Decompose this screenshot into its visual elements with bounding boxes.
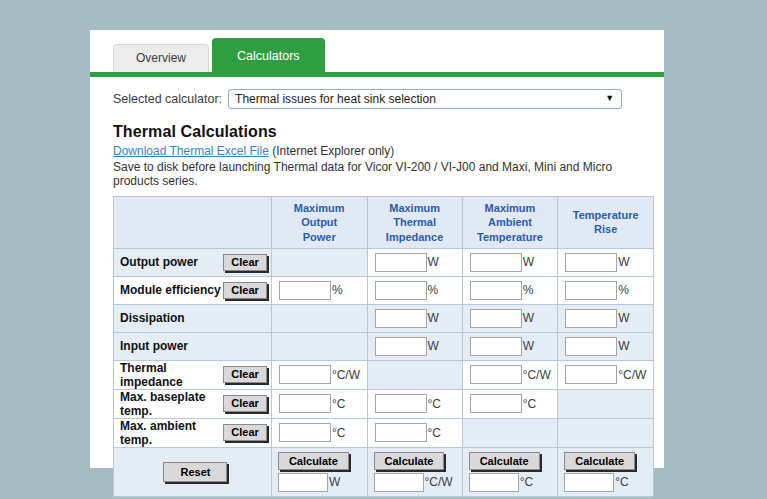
calculator-select[interactable]: Thermal issues for heat sink selection ▼ — [228, 89, 622, 109]
row-label: Thermal impedance — [120, 361, 223, 389]
row-label-cell: Max. baseplate temp.Clear — [114, 389, 272, 418]
reset-button[interactable]: Reset — [163, 462, 227, 482]
result-cell: Calculate°C — [462, 447, 558, 496]
result-input[interactable] — [374, 473, 424, 492]
calculator-select-value: Thermal issues for heat sink selection — [235, 92, 436, 106]
blank-cell — [462, 418, 558, 447]
value-input[interactable] — [279, 394, 331, 413]
result-input[interactable] — [278, 473, 328, 492]
unit-label: °C/W — [523, 368, 551, 382]
tab-calculators[interactable]: Calculators — [212, 38, 325, 72]
value-cell: °C — [462, 389, 558, 418]
unit-label: W — [523, 255, 534, 269]
clear-button[interactable]: Clear — [223, 366, 267, 383]
unit-label: °C — [332, 426, 345, 440]
row-label-cell: Module efficiencyClear — [114, 276, 272, 304]
chevron-down-icon: ▼ — [605, 93, 614, 103]
unit-label: % — [332, 283, 343, 297]
table-row: DissipationWWW — [114, 304, 654, 332]
header-empty-cell — [114, 197, 272, 249]
value-input[interactable] — [375, 394, 427, 413]
value-input[interactable] — [565, 253, 617, 272]
value-input[interactable] — [565, 281, 617, 300]
row-label: Output power — [120, 255, 198, 269]
unit-label: W — [428, 255, 439, 269]
unit-label: °C/W — [618, 368, 646, 382]
value-cell: °C/W — [271, 360, 367, 389]
unit-label: °C/W — [425, 475, 453, 489]
value-cell: °C — [367, 389, 462, 418]
blank-cell — [367, 360, 462, 389]
thermal-table: MaximumOutputPowerMaximumThermalImpedanc… — [113, 196, 654, 497]
result-input[interactable] — [564, 473, 614, 492]
unit-label: W — [523, 339, 534, 353]
column-header-0: MaximumOutputPower — [271, 197, 367, 249]
value-cell: % — [367, 276, 462, 304]
value-input[interactable] — [375, 281, 427, 300]
value-input[interactable] — [565, 365, 617, 384]
value-cell: W — [367, 332, 462, 360]
unit-label: % — [618, 283, 629, 297]
value-cell: °C/W — [558, 360, 654, 389]
table-row: Output powerClearWWW — [114, 248, 654, 276]
result-input[interactable] — [469, 473, 519, 492]
tab-overview[interactable]: Overview — [113, 44, 209, 72]
table-row: Thermal impedanceClear°C/W°C/W°C/W — [114, 360, 654, 389]
clear-button[interactable]: Clear — [223, 395, 267, 412]
value-input[interactable] — [279, 423, 331, 442]
result-cell: Calculate°C — [558, 447, 654, 496]
unit-label: % — [428, 283, 439, 297]
value-input[interactable] — [375, 423, 427, 442]
value-input[interactable] — [375, 337, 427, 356]
value-input[interactable] — [470, 309, 522, 328]
value-input[interactable] — [470, 394, 522, 413]
value-input[interactable] — [565, 309, 617, 328]
content-card: Overview Calculators Selected calculator… — [90, 30, 664, 468]
value-input[interactable] — [470, 281, 522, 300]
clear-button[interactable]: Clear — [223, 282, 267, 299]
calculate-button[interactable]: Calculate — [374, 452, 445, 470]
value-cell: W — [462, 304, 558, 332]
row-label-cell: Dissipation — [114, 304, 272, 332]
value-cell: W — [462, 332, 558, 360]
value-input[interactable] — [470, 253, 522, 272]
value-input[interactable] — [375, 309, 427, 328]
row-label: Max. ambient temp. — [120, 419, 223, 447]
table-row: Max. baseplate temp.Clear°C°C°C — [114, 389, 654, 418]
unit-label: W — [329, 475, 340, 489]
unit-label: °C — [520, 475, 533, 489]
unit-label: °C — [332, 397, 345, 411]
table-row: Module efficiencyClear%%%% — [114, 276, 654, 304]
row-label: Dissipation — [120, 311, 185, 325]
unit-label: W — [428, 311, 439, 325]
value-input[interactable] — [565, 337, 617, 356]
unit-label: °C — [615, 475, 628, 489]
blank-cell — [271, 248, 367, 276]
calculate-button[interactable]: Calculate — [469, 452, 540, 470]
value-input[interactable] — [375, 253, 427, 272]
row-label-cell: Input power — [114, 332, 272, 360]
value-input[interactable] — [470, 337, 522, 356]
value-input[interactable] — [279, 281, 331, 300]
value-cell: W — [558, 332, 654, 360]
clear-button[interactable]: Clear — [223, 254, 267, 271]
row-label-cell: Output powerClear — [114, 248, 272, 276]
unit-label: W — [618, 311, 629, 325]
value-cell: % — [271, 276, 367, 304]
blank-cell — [271, 332, 367, 360]
page-title: Thermal Calculations — [113, 123, 654, 141]
reset-cell: Reset — [114, 447, 272, 496]
calculate-button[interactable]: Calculate — [564, 452, 635, 470]
clear-button[interactable]: Clear — [223, 424, 267, 441]
calculate-button[interactable]: Calculate — [278, 452, 349, 470]
value-input[interactable] — [279, 365, 331, 384]
download-excel-link[interactable]: Download Thermal Excel File — [113, 144, 269, 158]
result-cell: CalculateW — [271, 447, 367, 496]
value-cell: % — [558, 276, 654, 304]
value-input[interactable] — [470, 365, 522, 384]
value-cell: W — [462, 248, 558, 276]
value-cell: °C/W — [462, 360, 558, 389]
calculator-selector-row: Selected calculator: Thermal issues for … — [113, 89, 654, 109]
tab-bar: Overview Calculators — [90, 30, 664, 72]
unit-label: % — [523, 283, 534, 297]
